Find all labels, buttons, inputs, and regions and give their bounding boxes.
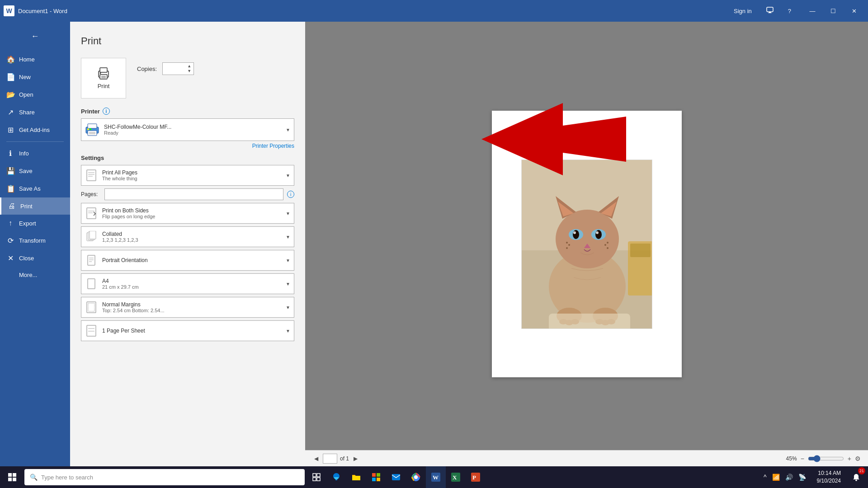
sidebar-item-close[interactable]: ✕ Close [0,249,70,267]
help-button[interactable]: ? [784,6,795,16]
search-icon: 🔍 [30,474,38,481]
svg-rect-80 [392,474,400,480]
svg-rect-68 [8,473,12,477]
sidebar-item-share[interactable]: ↗ Share [0,103,70,121]
sidebar-item-transform[interactable]: ⟳ Transform [0,232,70,249]
print-all-pages-dropdown[interactable]: Print All Pages The whole thing ▼ [81,165,294,186]
margins-icon [85,301,98,314]
zoom-in-button[interactable]: + [848,455,851,462]
minimize-button[interactable]: — [802,4,823,18]
notification-button[interactable]: 21 [846,466,866,488]
sidebar-item-home[interactable]: 🏠 Home [0,51,70,68]
orientation-icon [85,254,98,267]
sidebar-back-button[interactable]: ← [26,27,44,45]
sidebar-item-print[interactable]: 🖨 Print [0,197,70,215]
printer-dropdown[interactable]: SHC-FollowMe-Colour MF... Ready ▼ [81,118,294,141]
close-button[interactable]: ✕ [844,4,864,18]
sign-in-button[interactable]: Sign in [730,6,755,16]
svg-point-47 [595,230,602,239]
printer-info-icon[interactable]: i [103,108,110,115]
svg-point-82 [414,475,418,479]
svg-point-51 [568,244,570,246]
volume-icon[interactable]: 🔊 [783,473,795,482]
zoom-out-button[interactable]: − [801,455,804,462]
excel-taskbar-button[interactable]: X [446,466,466,488]
copies-increment[interactable]: ▲ [187,64,192,69]
chrome-button[interactable] [406,466,426,488]
edge-browser-button[interactable] [326,466,346,488]
svg-point-46 [573,230,579,239]
sidebar-item-save-as[interactable]: 📋 Save As [0,180,70,197]
nav-right: 45% − + ⚙ [786,455,861,462]
paper-size-text: A4 21 cm x 29.7 cm [102,278,286,290]
sidebar-item-info[interactable]: ℹ Info [0,145,70,162]
collated-main: Collated [102,231,286,237]
svg-rect-79 [377,478,380,481]
copies-decrement[interactable]: ▼ [187,69,192,74]
margins-dropdown[interactable]: Normal Margins Top: 2.54 cm Bottom: 2.54… [81,297,294,318]
printer-properties-link[interactable]: Printer Properties [81,143,294,149]
prev-page-button[interactable]: ◀ [312,455,320,463]
microsoft-store-button[interactable] [366,466,386,488]
sidebar-item-label: New [19,74,31,80]
orientation-text: Portrait Orientation [102,257,286,263]
word-taskbar-button[interactable]: W [426,466,446,488]
clock[interactable]: 10:14 AM 9/10/2024 [811,469,846,485]
collated-dropdown[interactable]: Collated 1,2,3 1,2,3 1,2,3 ▼ [81,226,294,247]
pages-info-icon[interactable]: i [287,191,294,198]
wifi-icon[interactable]: 📡 [797,473,808,482]
pages-per-sheet-dropdown[interactable]: 1 Page Per Sheet ▼ [81,320,294,341]
preview-area: ◀ 1 of 1 ▶ 45% − + ⚙ [305,22,868,466]
taskbar-search[interactable]: 🔍 Type here to search [24,469,305,485]
svg-text:X: X [453,474,457,481]
print-button[interactable]: Print [81,58,126,99]
pages-input[interactable] [104,188,283,200]
sidebar-item-save[interactable]: 💾 Save [0,162,70,180]
pages-per-sheet-text: 1 Page Per Sheet [102,328,286,334]
sidebar-item-label: Save [19,168,33,174]
next-page-button[interactable]: ▶ [352,455,359,463]
sidebar-item-new[interactable]: 📄 New [0,68,70,86]
sidebar-item-open[interactable]: 📂 Open [0,86,70,103]
maximize-button[interactable]: ☐ [823,4,844,18]
svg-rect-67 [630,244,651,257]
powerpoint-taskbar-button[interactable]: P [466,466,486,488]
svg-rect-69 [13,473,16,477]
sidebar-item-label: Print [20,203,33,210]
print-both-sides-dropdown[interactable]: Print on Both Sides Flip pages on long e… [81,203,294,224]
chevron-up-icon[interactable]: ^ [762,473,769,482]
print-all-pages-icon [85,169,98,182]
share-icon: ↗ [6,108,14,117]
svg-point-54 [604,244,606,246]
info-icon: ℹ [6,149,14,158]
svg-rect-24 [88,255,95,265]
zoom-slider[interactable] [808,455,844,462]
mail-button[interactable] [386,466,406,488]
printer-device-icon [85,123,99,136]
svg-point-13 [90,128,91,130]
paper-size-dropdown[interactable]: A4 21 cm x 29.7 cm ▼ [81,273,294,294]
sidebar-item-get-add-ins[interactable]: ⊞ Get Add-ins [0,121,70,139]
print-icon: 🖨 [8,202,16,210]
page-of-label: of 1 [340,455,349,462]
print-top: Print Copies: 1 ▲ ▼ [81,58,294,99]
svg-rect-70 [8,478,12,481]
start-button[interactable] [2,466,23,488]
fit-page-button[interactable]: ⚙ [855,455,861,462]
orientation-dropdown[interactable]: Portrait Orientation ▼ [81,250,294,271]
feedback-button[interactable] [763,5,777,17]
page-number-input[interactable]: 1 [323,454,337,464]
preview-page [492,111,682,377]
sidebar-item-more[interactable]: More... [0,267,70,283]
sidebar: ← 🏠 Home 📄 New 📂 Open ↗ Share ⊞ Get Add-… [0,22,70,466]
collated-sub: 1,2,3 1,2,3 1,2,3 [102,237,286,243]
svg-point-6 [100,72,101,74]
task-view-button[interactable] [307,466,326,488]
file-explorer-button[interactable] [346,466,366,488]
network-icon[interactable]: 📶 [770,473,782,482]
svg-rect-0 [767,7,773,12]
print-both-sides-main: Print on Both Sides [102,207,286,214]
copies-input[interactable]: 1 [165,66,183,72]
paper-size-sub: 21 cm x 29.7 cm [102,284,286,290]
sidebar-item-export[interactable]: ↑ Export [0,215,70,232]
